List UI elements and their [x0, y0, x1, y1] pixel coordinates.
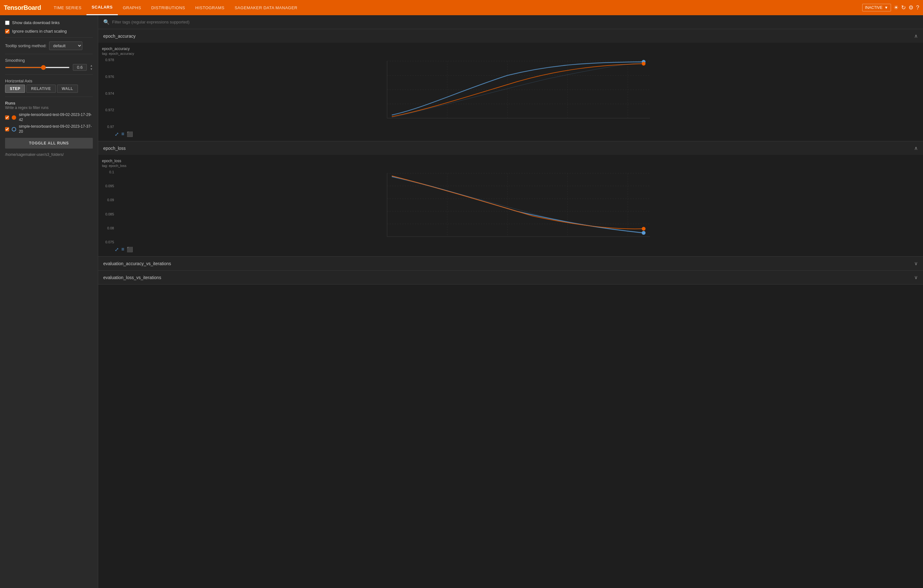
eval-accuracy-expand-icon: ∨ — [914, 260, 918, 266]
run1-label: simple-tensorboard-test-09-02-2023-17-29… — [19, 112, 93, 122]
ignore-outliers-label: Ignore outliers in chart scaling — [12, 29, 67, 34]
path-label: /home/sagemaker-user/s3_folders/ — [5, 153, 93, 157]
list-icon-loss[interactable]: ≡ — [121, 246, 124, 253]
epoch-accuracy-toolbar: ⤢ ≡ ⬛ — [102, 131, 918, 137]
smoothing-value: 0.6 — [73, 64, 87, 71]
epoch-loss-chart-tag: tag: epoch_loss — [102, 164, 918, 168]
epoch-accuracy-section: epoch_accuracy ∧ epoch_accuracy tag: epo… — [98, 29, 923, 141]
epoch-accuracy-chart-tag: tag: epoch_accuracy — [102, 52, 918, 56]
sidebar: Show data download links Ignore outliers… — [0, 15, 98, 588]
refresh-icon[interactable]: ↻ — [901, 4, 906, 11]
run-row-2[interactable]: simple-tensorboard-test-09-02-2023-17-37… — [5, 124, 93, 134]
show-download-links-checkbox[interactable] — [5, 21, 10, 25]
smoothing-slider[interactable] — [5, 67, 70, 68]
epoch-loss-y-axis: 0.1 0.095 0.09 0.085 0.08 0.075 — [102, 170, 116, 244]
tooltip-sort-label: Tooltip sorting method: — [5, 43, 46, 48]
nav-sagemaker[interactable]: SAGEMAKER DATA MANAGER — [230, 0, 302, 15]
epoch-accuracy-svg-area — [116, 58, 918, 129]
eval-loss-header[interactable]: evaluation_loss_vs_iterations ∨ — [98, 271, 923, 284]
svg-point-23 — [642, 231, 645, 235]
nav-graphs[interactable]: GRAPHS — [118, 0, 146, 15]
header: TensorBoard TIME SERIES SCALARS GRAPHS D… — [0, 0, 923, 15]
epoch-loss-collapse-icon: ∧ — [914, 145, 918, 151]
run-row-1[interactable]: simple-tensorboard-test-09-02-2023-17-29… — [5, 112, 93, 122]
show-download-links-label: Show data download links — [12, 20, 59, 25]
list-icon[interactable]: ≡ — [121, 131, 124, 137]
tooltip-sort-dropdown[interactable]: default ascending descending — [49, 41, 82, 50]
horizontal-axis-section: Horizontal Axis STEP RELATIVE WALL — [5, 79, 93, 93]
smoothing-row: 0.6 ▲ ▼ — [5, 64, 93, 71]
epoch-loss-svg — [116, 170, 918, 243]
run2-checkbox[interactable] — [5, 127, 9, 131]
smoothing-section: Smoothing 0.6 ▲ ▼ — [5, 58, 93, 71]
axis-button-group: STEP RELATIVE WALL — [5, 85, 93, 93]
eval-loss-expand-icon: ∨ — [914, 274, 918, 280]
nav-scalars[interactable]: SCALARS — [87, 0, 118, 15]
header-right: INACTIVE ▼ ☀ ↻ ⚙ ? — [862, 4, 919, 11]
axis-relative-button[interactable]: RELATIVE — [26, 85, 56, 93]
filter-input[interactable] — [112, 20, 918, 25]
run2-color-dot — [12, 127, 16, 131]
epoch-loss-content: epoch_loss tag: epoch_loss 0.1 0.095 0.0… — [98, 155, 923, 256]
help-icon[interactable]: ? — [916, 5, 919, 11]
filter-bar: 🔍 — [98, 15, 923, 29]
regex-label: Write a regex to filter runs — [5, 105, 93, 110]
show-download-links-row[interactable]: Show data download links — [5, 20, 93, 25]
runs-section: Runs Write a regex to filter runs simple… — [5, 101, 93, 134]
svg-point-11 — [642, 62, 645, 66]
main: Show data download links Ignore outliers… — [0, 15, 923, 588]
divider-4 — [5, 97, 93, 97]
ignore-outliers-row[interactable]: Ignore outliers in chart scaling — [5, 29, 93, 34]
search-icon: 🔍 — [103, 19, 110, 25]
run1-checkbox[interactable] — [5, 115, 9, 120]
smoothing-label: Smoothing — [5, 58, 93, 63]
nav: TIME SERIES SCALARS GRAPHS DISTRIBUTIONS… — [48, 0, 302, 15]
toggle-all-runs-button[interactable]: TOGGLE ALL RUNS — [5, 138, 93, 149]
nav-distributions[interactable]: DISTRIBUTIONS — [146, 0, 191, 15]
download-icon-loss[interactable]: ⬛ — [127, 246, 133, 253]
axis-step-button[interactable]: STEP — [5, 85, 25, 93]
runs-title: Runs — [5, 101, 93, 105]
epoch-loss-header[interactable]: epoch_loss ∧ — [98, 141, 923, 155]
eval-accuracy-title: evaluation_accuracy_vs_iterations — [103, 261, 171, 266]
status-dropdown[interactable]: INACTIVE ▼ — [862, 4, 891, 11]
eval-loss-section: evaluation_loss_vs_iterations ∨ — [98, 271, 923, 284]
eval-accuracy-header[interactable]: evaluation_accuracy_vs_iterations ∨ — [98, 256, 923, 270]
nav-histograms[interactable]: HISTOGRAMS — [191, 0, 230, 15]
eval-loss-title: evaluation_loss_vs_iterations — [103, 275, 161, 280]
eval-accuracy-section: evaluation_accuracy_vs_iterations ∨ — [98, 256, 923, 271]
content: 🔍 epoch_accuracy ∧ epoch_accuracy tag: e… — [98, 15, 923, 588]
epoch-loss-title: epoch_loss — [103, 146, 126, 151]
logo: TensorBoard — [4, 4, 41, 11]
fullscreen-icon[interactable]: ⤢ — [115, 131, 119, 137]
epoch-loss-chart-wrapper: 0.1 0.095 0.09 0.085 0.08 0.075 — [102, 170, 918, 244]
epoch-accuracy-title: epoch_accuracy — [103, 34, 136, 39]
axis-wall-button[interactable]: WALL — [57, 85, 78, 93]
nav-time-series[interactable]: TIME SERIES — [48, 0, 87, 15]
ignore-outliers-checkbox[interactable] — [5, 29, 10, 34]
svg-point-24 — [642, 227, 645, 231]
smoothing-stepper[interactable]: ▲ ▼ — [90, 64, 93, 71]
settings-icon[interactable]: ⚙ — [908, 4, 913, 11]
epoch-accuracy-svg — [116, 58, 918, 128]
epoch-accuracy-y-axis: 0.978 0.976 0.974 0.972 0.97 — [102, 58, 116, 129]
fullscreen-icon-loss[interactable]: ⤢ — [115, 246, 119, 253]
epoch-loss-svg-area — [116, 170, 918, 244]
chevron-down-icon: ▼ — [884, 5, 888, 10]
run2-label: simple-tensorboard-test-09-02-2023-17-37… — [19, 124, 93, 134]
epoch-accuracy-content: epoch_accuracy tag: epoch_accuracy 0.978… — [98, 43, 923, 141]
epoch-loss-chart-label: epoch_loss — [102, 159, 918, 163]
epoch-loss-section: epoch_loss ∧ epoch_loss tag: epoch_loss … — [98, 141, 923, 256]
epoch-accuracy-chart-label: epoch_accuracy — [102, 46, 918, 51]
brightness-icon[interactable]: ☀ — [893, 4, 898, 11]
epoch-accuracy-header[interactable]: epoch_accuracy ∧ — [98, 29, 923, 43]
epoch-accuracy-collapse-icon: ∧ — [914, 33, 918, 39]
epoch-accuracy-chart-wrapper: 0.978 0.976 0.974 0.972 0.97 — [102, 58, 918, 129]
divider-3 — [5, 74, 93, 75]
epoch-loss-toolbar: ⤢ ≡ ⬛ — [102, 246, 918, 253]
download-icon[interactable]: ⬛ — [127, 131, 133, 137]
tooltip-sort-row: Tooltip sorting method: default ascendin… — [5, 41, 93, 50]
horizontal-axis-label: Horizontal Axis — [5, 79, 93, 83]
run1-color-dot — [12, 115, 16, 120]
